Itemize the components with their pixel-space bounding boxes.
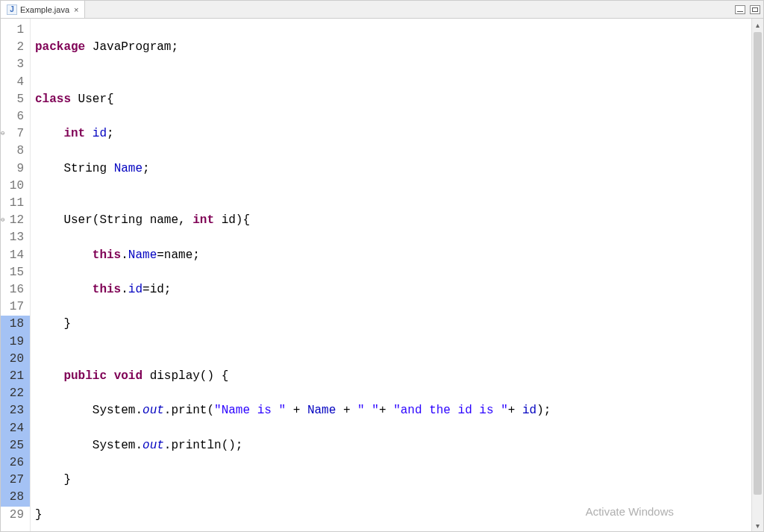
java-file-icon: J: [7, 4, 17, 15]
line-number[interactable]: 17: [1, 298, 30, 316]
windows-watermark: Activate Windows: [586, 505, 674, 518]
editor-tab[interactable]: J Example.java ×: [1, 1, 85, 18]
line-number[interactable]: 22: [0, 385, 30, 402]
line-number[interactable]: 29: [1, 507, 30, 524]
line-number[interactable]: 6: [1, 108, 30, 125]
tab-filename: Example.java: [20, 5, 69, 14]
line-number[interactable]: 24: [0, 420, 30, 437]
line-number[interactable]: 19: [0, 334, 30, 351]
line-number[interactable]: 23: [0, 402, 30, 419]
line-number[interactable]: 4: [1, 74, 30, 91]
line-number[interactable]: ⊖12: [1, 212, 30, 229]
editor-area: 123456⊖7891011⊖1213141516171819202122232…: [1, 19, 763, 531]
tab-bar: J Example.java ×: [1, 1, 763, 19]
window-buttons: [735, 5, 760, 14]
fold-icon[interactable]: ⊖: [1, 212, 4, 229]
line-number[interactable]: 28: [0, 489, 30, 506]
line-number[interactable]: 3: [1, 56, 30, 73]
line-number[interactable]: 8: [1, 143, 30, 160]
maximize-icon[interactable]: [750, 5, 760, 14]
scroll-thumb[interactable]: [754, 32, 762, 495]
line-number[interactable]: 27: [0, 472, 30, 489]
minimize-icon[interactable]: [735, 5, 745, 14]
line-number[interactable]: 18: [0, 316, 30, 333]
scroll-up-icon[interactable]: ▴: [752, 19, 763, 31]
line-number[interactable]: 26: [0, 454, 30, 472]
line-number[interactable]: 11: [1, 195, 30, 212]
close-icon[interactable]: ×: [74, 5, 78, 14]
line-number[interactable]: 16: [1, 281, 30, 298]
line-number[interactable]: 21: [0, 368, 30, 385]
line-number-gutter[interactable]: 123456⊖7891011⊖1213141516171819202122232…: [1, 19, 31, 531]
line-number[interactable]: 13: [1, 229, 30, 246]
line-number[interactable]: 20: [0, 351, 30, 368]
line-number[interactable]: 5: [1, 91, 30, 108]
code-editor[interactable]: package JavaProgram; class User{ int id;…: [31, 19, 763, 531]
fold-icon[interactable]: ⊖: [1, 125, 4, 143]
line-number[interactable]: 9: [1, 160, 30, 178]
line-number[interactable]: 10: [1, 178, 30, 195]
vertical-scrollbar[interactable]: ▴ ▾: [751, 19, 763, 531]
line-number[interactable]: ⊖7: [1, 125, 30, 143]
line-number[interactable]: 1: [1, 22, 30, 39]
line-number[interactable]: 2: [1, 39, 30, 56]
line-number[interactable]: 25: [0, 437, 30, 454]
scroll-down-icon[interactable]: ▾: [752, 519, 763, 531]
line-number[interactable]: 14: [1, 247, 30, 264]
line-number[interactable]: 15: [1, 264, 30, 281]
